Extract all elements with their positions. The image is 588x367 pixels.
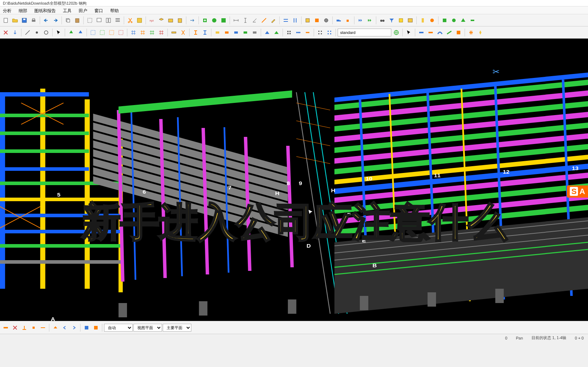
grid-c-icon[interactable]: [148, 28, 156, 37]
weld-icon[interactable]: [303, 28, 312, 37]
workplane-icon[interactable]: [51, 323, 60, 332]
menu-analysis[interactable]: 分析: [1, 7, 13, 13]
green-misc-icon[interactable]: [468, 16, 477, 25]
save-icon[interactable]: [20, 16, 29, 25]
redo-icon[interactable]: [51, 16, 60, 25]
green-check-icon[interactable]: [210, 16, 219, 25]
grid-d-icon[interactable]: [157, 28, 166, 37]
green-plus-icon[interactable]: [201, 16, 209, 25]
panel-icon[interactable]: [454, 28, 463, 37]
menu-detail[interactable]: 细部: [17, 7, 29, 13]
h-beam-icon[interactable]: [191, 28, 200, 37]
cursor-icon[interactable]: [54, 28, 63, 37]
layer-icon[interactable]: [157, 16, 166, 25]
dimension-v-icon[interactable]: [241, 16, 250, 25]
workplane-next-icon[interactable]: [70, 323, 78, 332]
pattern-a-icon[interactable]: [316, 28, 324, 37]
print-icon[interactable]: [29, 16, 38, 25]
snap-near-icon[interactable]: [39, 323, 47, 332]
dimension-angle-icon[interactable]: [250, 16, 259, 25]
render-b-icon[interactable]: [92, 323, 100, 332]
viewplane-dropdown[interactable]: 视图平面: [133, 324, 162, 332]
menu-help[interactable]: 帮助: [109, 7, 120, 13]
mainplane-dropdown[interactable]: 主要平面: [163, 324, 191, 332]
workplane-prev-icon[interactable]: [60, 323, 69, 332]
properties-icon[interactable]: [135, 16, 144, 25]
binoculars-icon[interactable]: [378, 16, 387, 25]
arrows-right2-icon[interactable]: [366, 16, 374, 25]
snap-end-icon[interactable]: [1, 323, 10, 332]
edit-tool-icon[interactable]: [269, 16, 278, 25]
misc-tool-1-icon[interactable]: [418, 16, 427, 25]
new-file-icon[interactable]: [1, 16, 10, 25]
column-icon[interactable]: [291, 16, 299, 25]
surface-a-icon[interactable]: [263, 28, 271, 37]
snap-perp-icon[interactable]: [20, 323, 29, 332]
undo-icon[interactable]: [42, 16, 50, 25]
bolt-group-icon[interactable]: [294, 28, 303, 37]
filter-icon[interactable]: [387, 16, 396, 25]
clipboard-icon[interactable]: [176, 16, 184, 25]
window-new-icon[interactable]: [166, 16, 175, 25]
plate-b-icon[interactable]: [222, 28, 231, 37]
menu-window[interactable]: 窗口: [93, 7, 104, 13]
beam-h-blue-icon[interactable]: [417, 28, 426, 37]
tree-blue-icon[interactable]: [76, 28, 85, 37]
plate-d-icon[interactable]: [241, 28, 250, 37]
beam-curve-icon[interactable]: [436, 28, 444, 37]
snap-circle-icon[interactable]: [42, 28, 50, 37]
window-icon[interactable]: [95, 16, 103, 25]
green-part-icon[interactable]: [450, 16, 458, 25]
beam-h-orange-icon[interactable]: [426, 28, 435, 37]
open-file-icon[interactable]: [11, 16, 19, 25]
bolt-icon[interactable]: [322, 16, 330, 25]
3d-viewport[interactable]: 5 6 7 8 9 10 11 12 13 H H G F E D B A ✂ …: [0, 39, 588, 321]
truck-icon[interactable]: [334, 16, 343, 25]
highlight-icon[interactable]: [397, 16, 405, 25]
measure-tool-icon[interactable]: [260, 16, 268, 25]
snap-point-icon[interactable]: [33, 28, 41, 37]
menu-user[interactable]: 田户: [77, 7, 89, 13]
scissors-small-icon[interactable]: [179, 28, 187, 37]
copy-icon[interactable]: [64, 16, 72, 25]
xyz-icon[interactable]: xyz: [148, 16, 156, 25]
grid-b-icon[interactable]: [138, 28, 147, 37]
plate-c-icon[interactable]: [232, 28, 240, 37]
select-d-icon[interactable]: [117, 28, 125, 37]
paste-icon[interactable]: [73, 16, 82, 25]
grid-a-icon[interactable]: [129, 28, 138, 37]
render-a-icon[interactable]: [82, 323, 91, 332]
snap-down-icon[interactable]: [11, 28, 19, 37]
beam-angle-icon[interactable]: [445, 28, 454, 37]
list-icon[interactable]: [113, 16, 122, 25]
select-c-icon[interactable]: [107, 28, 116, 37]
green-list-icon[interactable]: [219, 16, 228, 25]
plate-e-icon[interactable]: [250, 28, 259, 37]
select-all-icon[interactable]: [85, 16, 94, 25]
menu-tools[interactable]: 工具: [62, 7, 73, 13]
select-b-icon[interactable]: [98, 28, 107, 37]
layout-icon[interactable]: [104, 16, 113, 25]
surface-b-icon[interactable]: [272, 28, 281, 37]
green-assembly-icon[interactable]: [440, 16, 449, 25]
arrow-tool-icon[interactable]: [188, 16, 197, 25]
connection-icon[interactable]: [303, 16, 312, 25]
snap-int-icon[interactable]: [29, 323, 38, 332]
arrows-right-icon[interactable]: [356, 16, 365, 25]
dimension-h-icon[interactable]: [232, 16, 240, 25]
snap-x-icon[interactable]: [1, 28, 10, 37]
snap-mid-x-icon[interactable]: [11, 323, 19, 332]
bolt-array-icon[interactable]: [285, 28, 293, 37]
tree-green-icon[interactable]: [67, 28, 75, 37]
cut-icon[interactable]: [126, 16, 134, 25]
globe-icon[interactable]: [392, 28, 401, 37]
snap-line-icon[interactable]: [23, 28, 32, 37]
auto-dropdown[interactable]: 自动: [104, 324, 133, 332]
select-a-icon[interactable]: [89, 28, 97, 37]
cursor2-icon[interactable]: [405, 28, 413, 37]
pattern-b-icon[interactable]: [325, 28, 334, 37]
green-detail-icon[interactable]: [459, 16, 467, 25]
plate-a-icon[interactable]: [213, 28, 222, 37]
menu-drawings[interactable]: 图纸和报告: [33, 7, 57, 13]
i-beam-icon[interactable]: [201, 28, 209, 37]
